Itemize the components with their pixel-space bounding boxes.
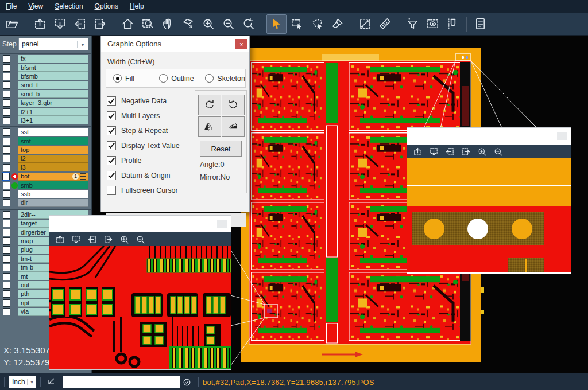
layer-checkbox[interactable] <box>2 173 10 180</box>
pan-down-tool[interactable] <box>426 145 441 158</box>
layer-row-l3+1[interactable]: l3+1 <box>0 116 91 125</box>
radio-skeleton[interactable]: Skeleton <box>205 74 245 83</box>
layer-row-smd_t[interactable]: smd_t <box>0 81 91 89</box>
checkbox-profile[interactable]: Profile <box>107 153 180 168</box>
zoom-window-left-titlebar[interactable] <box>49 216 231 232</box>
layer-checkbox[interactable] <box>3 273 10 280</box>
zoom-out-tool[interactable] <box>133 233 148 245</box>
layer-name[interactable]: smd_t <box>18 81 88 89</box>
snap-tool[interactable] <box>443 15 462 33</box>
checkbox-display-text-value[interactable]: Display Text Value <box>107 138 180 153</box>
apply-icon[interactable] <box>182 377 192 387</box>
checkbox-step-repeat[interactable]: Step & Repeat <box>107 123 180 138</box>
radio-outline[interactable]: Outline <box>159 74 198 83</box>
layer-row-layer_3.gbr[interactable]: layer_3.gbr <box>0 99 91 107</box>
layer-checkbox[interactable] <box>3 64 10 72</box>
checkbox-icon[interactable] <box>107 186 116 195</box>
layer-name[interactable]: l2+1 <box>18 108 88 116</box>
pan-right-tool[interactable] <box>458 145 473 158</box>
layer-name[interactable]: l2 <box>18 155 88 163</box>
layer-checkbox[interactable] <box>3 128 10 136</box>
checkbox-icon[interactable] <box>107 171 116 180</box>
zoom-window-right-titlebar[interactable] <box>407 128 571 145</box>
layer-checkbox[interactable] <box>3 117 10 124</box>
layer-row-bfsmt[interactable]: bfsmt <box>0 63 91 72</box>
unit-select[interactable]: Inch ▾ <box>9 376 36 388</box>
layer-name[interactable]: smb <box>18 181 88 189</box>
layer-name[interactable]: dir <box>18 199 88 207</box>
checkbox-icon[interactable] <box>107 126 116 135</box>
layer-name[interactable]: l3+1 <box>18 116 88 124</box>
select-cursor-tool[interactable] <box>266 14 287 34</box>
layers-panel-tool[interactable] <box>471 15 490 33</box>
checkbox-icon[interactable] <box>107 96 116 106</box>
layer-row-l2+1[interactable]: l2+1 <box>0 107 91 116</box>
checkbox-icon[interactable] <box>107 141 116 150</box>
window-restore-icon[interactable] <box>557 132 567 140</box>
measure-distance-tool[interactable] <box>355 15 374 33</box>
layer-row-ssb[interactable]: ssb <box>0 190 91 198</box>
layer-row-fx[interactable]: fx <box>0 54 91 63</box>
layer-name[interactable]: l3 <box>18 163 88 171</box>
filter-tool[interactable] <box>403 15 422 33</box>
layer-row-top[interactable]: top <box>0 146 91 154</box>
layer-checkbox[interactable] <box>3 108 10 116</box>
open-file-tool[interactable] <box>3 15 22 33</box>
checkbox-negative-data[interactable]: Negative Data <box>107 93 180 108</box>
layer-name[interactable]: fx <box>18 55 88 63</box>
window-restore-icon[interactable] <box>217 220 227 228</box>
pan-left-tool[interactable] <box>84 233 99 245</box>
zoom-in-tool[interactable] <box>474 145 489 158</box>
layer-checkbox-selected[interactable] <box>2 172 10 181</box>
mirror-horizontal-button[interactable] <box>198 116 221 137</box>
layer-name[interactable]: smd_b <box>18 90 88 98</box>
radio-icon[interactable] <box>113 74 122 83</box>
layer-checkbox[interactable] <box>3 155 10 162</box>
layer-row-bfsmb[interactable]: bfsmb <box>0 72 91 81</box>
drag-view-tool[interactable] <box>179 15 198 33</box>
pan-right-tool[interactable] <box>100 233 115 245</box>
layer-checkbox[interactable] <box>3 146 10 154</box>
clear-highlight-tool[interactable] <box>328 15 347 33</box>
layer-row-smt[interactable]: smt <box>0 137 91 146</box>
checkbox-fullscreen-cursor[interactable]: Fullscreen Cursor <box>107 183 180 198</box>
zoom-window-left-view[interactable] <box>49 246 231 369</box>
pan-hand-tool[interactable] <box>158 15 177 33</box>
layer-row-l2[interactable]: l2 <box>0 154 91 163</box>
layer-checkbox[interactable] <box>3 99 10 107</box>
layer-row-bot[interactable]: bot1 <box>0 172 91 181</box>
layer-checkbox[interactable] <box>3 211 10 219</box>
layer-name[interactable]: bot1 <box>18 173 88 181</box>
checkbox-datum-origin[interactable]: Datum & Origin <box>107 168 180 183</box>
layer-checkbox[interactable] <box>3 91 10 98</box>
select-polygon-tool[interactable] <box>308 15 327 33</box>
layer-checkbox[interactable] <box>3 81 10 89</box>
checkbox-icon[interactable] <box>107 111 116 120</box>
layer-row-dir[interactable]: dir <box>0 198 91 207</box>
pan-left-tool[interactable] <box>71 15 90 33</box>
layer-checkbox[interactable] <box>3 220 10 227</box>
layer-row-smb[interactable]: smb <box>0 181 91 189</box>
command-input[interactable] <box>63 376 180 388</box>
pan-down-tool[interactable] <box>68 233 83 245</box>
layer-name[interactable]: bfsmt <box>18 64 88 72</box>
view-options-tool[interactable] <box>423 15 442 33</box>
angle-mode-icon[interactable] <box>47 377 57 387</box>
layer-checkbox[interactable] <box>3 290 10 298</box>
layer-checkbox[interactable] <box>3 264 10 271</box>
layer-row-sst[interactable]: sst <box>0 128 91 136</box>
rotate-cw-button[interactable] <box>198 95 221 115</box>
layer-row-smd_b[interactable]: smd_b <box>0 90 91 99</box>
layer-checkbox[interactable] <box>3 282 10 289</box>
menu-item-options[interactable]: Options <box>89 1 124 12</box>
zoom-window-right-view[interactable] <box>407 158 571 272</box>
layer-checkbox[interactable] <box>3 55 10 63</box>
menu-item-view[interactable]: View <box>22 1 49 12</box>
pan-left-tool[interactable] <box>442 145 457 158</box>
layer-checkbox[interactable] <box>3 255 10 263</box>
zoom-in-tool[interactable] <box>199 15 218 33</box>
zoom-in-tool[interactable] <box>117 233 131 245</box>
radio-icon[interactable] <box>159 74 168 83</box>
layer-row-l3[interactable]: l3 <box>0 163 91 172</box>
layer-checkbox[interactable] <box>3 190 10 198</box>
